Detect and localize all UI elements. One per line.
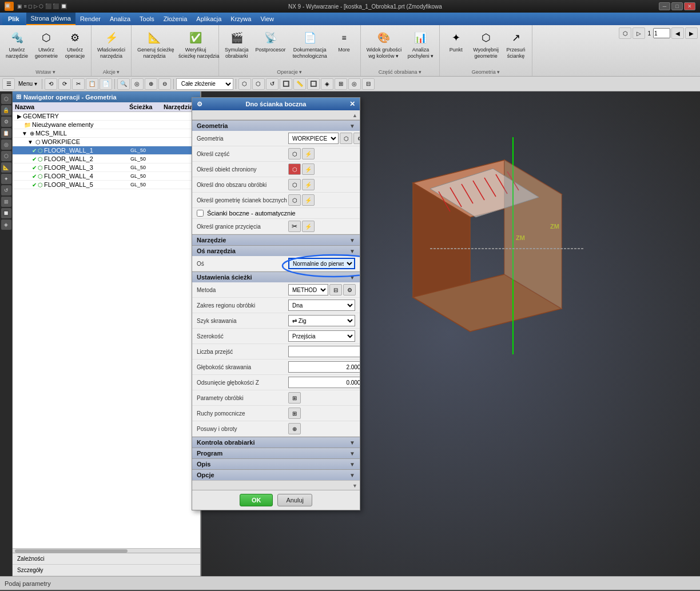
menu-zlozenia[interactable]: Złożenia	[159, 13, 192, 25]
section-header-ustawienia[interactable]: Ustawienia ścieżki ▼	[192, 271, 360, 282]
ribbon-small-btn-4[interactable]: ▶	[685, 27, 698, 39]
left-icon-9[interactable]: ↺	[1, 185, 11, 195]
tree-row-geometry[interactable]: ▶ GEOMETRY	[13, 112, 200, 121]
tree-row-workpiece[interactable]: ▼ ⬡ WORKPIECE	[13, 138, 200, 146]
btn-gr-1[interactable]: ✂	[288, 221, 301, 232]
menu-analiza[interactable]: Analiza	[105, 13, 135, 25]
tb2-btn-13[interactable]: 🔲	[280, 78, 292, 90]
input-liczba-przejsc[interactable]	[288, 346, 360, 357]
btn-param-obrobki[interactable]: ⊞	[288, 392, 301, 404]
section-header-opcje[interactable]: Opcje ▼	[192, 469, 360, 480]
input-odsun[interactable]	[288, 377, 360, 388]
menu-aplikacja[interactable]: Aplikacja	[192, 13, 226, 25]
tree-row-floor-wall-1[interactable]: ✔ ⬡ FLOOR_WALL_1 GL_50	[13, 146, 200, 155]
tree-row-floor-wall-5[interactable]: ✔ ⬡ FLOOR_WALL_5 GL_50	[13, 181, 200, 189]
menu-strona-glowna[interactable]: Strona główna	[26, 13, 75, 25]
tree-row-mcs-mill[interactable]: ▼ ⊕ MCS_MILL	[13, 129, 200, 138]
btn-okr-czesc-2[interactable]: ⚡	[302, 148, 315, 159]
ribbon-btn-more[interactable]: ≡ More	[332, 27, 357, 54]
btn-cancel[interactable]: Anuluj	[277, 494, 312, 506]
left-icon-5[interactable]: ◎	[1, 139, 11, 150]
ribbon-small-btn-2[interactable]: ▷	[633, 27, 645, 39]
tb2-btn-5[interactable]: 📄	[100, 78, 112, 90]
ribbon-btn-analiza-pochyleni[interactable]: 📊 Analizapochyleni ▾	[405, 27, 436, 61]
ribbon-btn-dokumentacja[interactable]: 📄 Dokumentacjatechnologiczna	[291, 27, 329, 61]
ribbon-btn-wyodrebnij[interactable]: ⬡ Wyodrębnijgeometrie	[471, 27, 501, 61]
dialog-close-button[interactable]: ✕	[349, 100, 355, 108]
tb2-btn-18[interactable]: ◎	[348, 78, 361, 90]
left-icon-7[interactable]: 📐	[1, 162, 11, 173]
ribbon-btn-postprocesor[interactable]: 📡 Postprocesor	[253, 27, 288, 54]
maximize-button[interactable]: □	[671, 2, 683, 10]
btn-geom-icon2[interactable]: ⚙	[353, 133, 360, 144]
select-metoda[interactable]: METHOD	[288, 284, 328, 296]
tree-row-floor-wall-4[interactable]: ✔ ⬡ FLOOR_WALL_4 GL_50	[13, 172, 200, 181]
left-icon-10[interactable]: ⊞	[1, 197, 11, 207]
left-icon-8[interactable]: ✦	[1, 174, 11, 184]
btn-posuwy[interactable]: ⊕	[288, 423, 301, 434]
btn-gs-2[interactable]: ⚡	[302, 194, 315, 206]
select-os[interactable]: Normalnie do pierwsz	[288, 258, 355, 269]
btn-metoda-2[interactable]: ⚙	[343, 284, 356, 296]
menu-tools[interactable]: Tools	[135, 13, 159, 25]
checkbox-scianki-auto[interactable]	[197, 210, 204, 217]
tb2-menu-label[interactable]: Menu ▾	[16, 81, 39, 87]
btn-gr-2[interactable]: ⚡	[302, 221, 315, 232]
tree-row-unused[interactable]: 📁 Nieużywane elementy	[13, 121, 200, 129]
tb2-btn-15[interactable]: 🔲	[307, 78, 320, 90]
left-icon-11[interactable]: 🔲	[1, 208, 11, 218]
btn-gs-1[interactable]: ⬡	[288, 194, 301, 206]
menu-render[interactable]: Render	[75, 13, 105, 25]
btn-ob-chr-2[interactable]: ⚡	[302, 163, 315, 175]
tree-row-floor-wall-2[interactable]: ✔ ⬡ FLOOR_WALL_2 GL_50	[13, 155, 200, 163]
nav-btn-szczegoly[interactable]: Szczegóły	[13, 565, 200, 576]
select-szyk[interactable]: ⇄ Zig	[288, 315, 355, 326]
btn-ob-chr-1[interactable]: ⬡	[288, 163, 301, 175]
menu-view[interactable]: View	[256, 13, 279, 25]
section-header-geometria[interactable]: Geometria ▼	[192, 120, 360, 131]
tb2-btn-1[interactable]: ⟲	[45, 78, 57, 90]
h-scrollbar[interactable]	[13, 548, 200, 553]
left-icon-2[interactable]: 🔒	[1, 105, 11, 115]
select-szerokosc[interactable]: Przejścia	[288, 330, 355, 342]
btn-okr-czesc-1[interactable]: ⬡	[288, 148, 301, 159]
btn-ruchy[interactable]: ⊞	[288, 408, 301, 419]
section-header-opis[interactable]: Opis ▼	[192, 458, 360, 469]
close-button[interactable]: ✕	[684, 2, 695, 10]
btn-metoda-1[interactable]: ⊟	[329, 284, 342, 296]
tb2-btn-2[interactable]: ⟳	[58, 78, 71, 90]
ribbon-btn-punkt[interactable]: ✦ Punkt	[443, 27, 468, 54]
tb2-btn-9[interactable]: ⊖	[158, 78, 171, 90]
input-glebokosc[interactable]	[288, 361, 360, 373]
tb2-btn-12[interactable]: ↺	[266, 78, 279, 90]
select-geometria[interactable]: WORKPIECE	[288, 133, 339, 144]
select-zakres[interactable]: Dna	[288, 300, 355, 311]
ribbon-btn-utworz-operacje[interactable]: ⚙ Utwórzoperacje	[62, 27, 88, 61]
left-icon-1[interactable]: ⬡	[1, 94, 11, 104]
btn-dno-2[interactable]: ⚡	[302, 179, 315, 190]
ribbon-small-btn-3[interactable]: ◀	[671, 27, 684, 39]
section-header-narzedzie[interactable]: Narzędzie ▼	[192, 234, 360, 245]
nav-btn-zaleznosci[interactable]: Zależności	[13, 553, 200, 565]
left-icon-3[interactable]: ⚙	[1, 117, 11, 127]
menu-plik[interactable]: Plik	[2, 13, 25, 25]
left-icon-6[interactable]: ⬡	[1, 151, 11, 161]
menu-krzywa[interactable]: Krzywa	[226, 13, 256, 25]
tb2-btn-6[interactable]: 🔍	[117, 78, 130, 90]
section-header-os[interactable]: Oś narzędzia ▼	[192, 245, 360, 256]
assembly-dropdown[interactable]: Całe złożenie	[176, 78, 233, 90]
tb2-btn-14[interactable]: 📏	[293, 78, 306, 90]
ribbon-btn-generuj[interactable]: 📐 Generuj ścieżkęnarzędzia	[135, 27, 174, 61]
tb2-btn-11[interactable]: ⬡	[252, 78, 265, 90]
tb2-btn-10[interactable]: ⬡	[238, 78, 251, 90]
left-icon-12[interactable]: ◈	[1, 219, 11, 230]
tb2-btn-7[interactable]: ◎	[131, 78, 144, 90]
ribbon-btn-weryfikuj[interactable]: ✅ Weryfikujścieżkę narzędzia	[176, 27, 215, 61]
ribbon-btn-widok-grubosci[interactable]: 🎨 Widok grubościwg kolorów ▾	[364, 27, 403, 61]
tb2-btn-8[interactable]: ⊕	[145, 78, 157, 90]
tb2-btn-19[interactable]: ⊟	[362, 78, 375, 90]
tb2-btn-4[interactable]: 📋	[86, 78, 98, 90]
tb2-btn-17[interactable]: ⊞	[335, 78, 347, 90]
ribbon-btn-utworz-narzedzie[interactable]: 🔩 Utwórznarzędzie	[3, 27, 30, 61]
tb2-btn-menu[interactable]: ☰	[2, 78, 15, 90]
